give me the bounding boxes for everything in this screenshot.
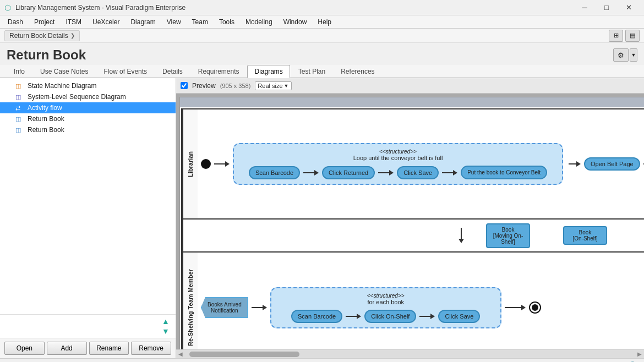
lane-reshelving: Re-Shelving Team Member Books ArrivedNot… (182, 253, 644, 349)
tab-details[interactable]: Details (155, 65, 190, 78)
horizontal-scrollbar[interactable]: ◀ ▶ (176, 349, 644, 358)
breadcrumb-label: Return Book Details (9, 32, 68, 40)
nav-down-arrow[interactable]: ▼ (160, 327, 171, 336)
panel-icon-button[interactable]: ▤ (625, 30, 640, 42)
arrow-3 (378, 170, 394, 175)
page-title: Return Book (7, 47, 86, 63)
tree-item-return-book-1[interactable]: ◫ Return Book (0, 113, 176, 124)
between-lanes: Book[Moving On-Shelf] Book[On-Shelf] (182, 220, 644, 253)
menu-tools[interactable]: Tools (214, 15, 240, 29)
arrow-8 (346, 314, 361, 319)
tree-item-activity[interactable]: ⇄ Activity flow (0, 102, 176, 113)
tree-item-return-book-2[interactable]: ◫ Return Book (0, 124, 176, 135)
preview-checkbox[interactable] (181, 82, 188, 89)
chevron-down-icon: ▼ (284, 83, 289, 89)
menu-bar: Dash Project ITSM UeXceler Diagram View … (0, 15, 644, 29)
remove-button[interactable]: Remove (131, 342, 171, 355)
menu-team[interactable]: Team (187, 15, 214, 29)
nav-up-arrow[interactable]: ▲ (160, 317, 171, 326)
end-node (529, 301, 541, 314)
tree-item-label: System-Level Sequence Diagram (28, 93, 126, 101)
open-belt-page-node: Open Belt Page (584, 157, 640, 171)
rename-button[interactable]: Rename (89, 342, 129, 355)
scroll-right-arrow[interactable]: ▶ (636, 351, 643, 357)
app-title: Library Management System - Visual Parad… (15, 4, 569, 12)
structured-label: <<structured>> (379, 149, 417, 155)
menu-uexceler[interactable]: UeXceler (87, 15, 125, 29)
lane-librarian-label: Librarian (182, 109, 198, 218)
preview-label: Preview (192, 82, 216, 90)
preview-size: (905 x 358) (220, 83, 251, 89)
gear-dropdown-button[interactable]: ▼ (630, 48, 637, 62)
grid-icon-button[interactable]: ⊞ (609, 30, 623, 42)
books-notification: Books ArrivedNotification (201, 297, 248, 318)
tab-use-case-notes[interactable]: Use Case Notes (33, 65, 95, 78)
menu-itsm[interactable]: ITSM (60, 15, 87, 29)
state-machine-icon: ◫ (15, 83, 24, 90)
window-controls: ─ □ ✕ (574, 0, 640, 15)
tree-area: ◫ State Machine Diagram ◫ System-Level S… (0, 78, 176, 314)
reshelving-nodes: Scan Barcode Click On-Shelf Click Save (291, 310, 480, 323)
tree-item-sequence[interactable]: ◫ System-Level Sequence Diagram (0, 91, 176, 102)
tab-references[interactable]: References (334, 65, 381, 78)
click-on-shelf-node: Click On-Shelf (364, 310, 416, 323)
sequence-icon: ◫ (15, 94, 24, 101)
arrow-4 (442, 170, 457, 175)
maximize-button[interactable]: □ (596, 0, 618, 15)
add-button[interactable]: Add (47, 342, 87, 355)
return-book-icon-2: ◫ (15, 127, 24, 134)
reshelving-structured-label: <<structured>> (367, 293, 405, 299)
menu-help[interactable]: Help (312, 15, 337, 29)
email-status-icon[interactable]: ✉ (615, 360, 625, 363)
activity-icon: ⇄ (15, 105, 24, 112)
scan-barcode-node: Scan Barcode (249, 166, 300, 179)
tree-item-label: Return Book (28, 115, 64, 123)
minimize-button[interactable]: ─ (574, 0, 596, 15)
arrow-down-book-moving (459, 228, 464, 243)
loop-label: Loop until the conveyor belt is full (353, 155, 443, 161)
left-panel: ◫ State Machine Diagram ◫ System-Level S… (0, 78, 176, 358)
title-bar: ⬡ Library Management System - Visual Par… (0, 0, 644, 15)
close-button[interactable]: ✕ (618, 0, 640, 15)
tree-item-state-machine[interactable]: ◫ State Machine Diagram (0, 80, 176, 91)
app-icon: ⬡ (4, 3, 11, 12)
diagram-area[interactable]: Librarian <<structured>> (176, 94, 644, 349)
click-save-node: Click Save (397, 166, 439, 179)
right-panel: Preview (905 x 358) Real size ▼ Libraria… (176, 78, 644, 358)
menu-dash[interactable]: Dash (2, 15, 29, 29)
tree-item-label: Activity flow (28, 104, 62, 112)
librarian-structured-box: <<structured>> Loop until the conveyor b… (233, 143, 563, 185)
gear-button[interactable]: ⚙ (613, 48, 629, 62)
tab-requirements[interactable]: Requirements (191, 65, 247, 78)
for-each-label: for each book (367, 299, 404, 305)
menu-project[interactable]: Project (29, 15, 60, 29)
tab-flow-of-events[interactable]: Flow of Events (96, 65, 154, 78)
zoom-selector[interactable]: Real size ▼ (255, 81, 291, 90)
menu-window[interactable]: Window (278, 15, 313, 29)
tab-info[interactable]: Info (7, 65, 32, 78)
open-button[interactable]: Open (4, 342, 45, 355)
click-save-reshelving-node: Click Save (438, 310, 480, 323)
lane-librarian: Librarian <<structured>> (182, 109, 644, 220)
end-node-inner (532, 304, 538, 311)
menu-modeling[interactable]: Modeling (240, 15, 278, 29)
menu-view[interactable]: View (161, 15, 187, 29)
scroll-thumb[interactable] (189, 352, 299, 357)
lane-reshelving-content: Books ArrivedNotification <<structured>>… (198, 253, 644, 349)
attachment-status-icon[interactable]: 📎 (630, 360, 640, 363)
preview-header: Preview (905 x 358) Real size ▼ (176, 78, 644, 94)
arrow-1 (214, 161, 230, 167)
breadcrumb-arrow: ❯ (70, 32, 75, 39)
main-content: ◫ State Machine Diagram ◫ System-Level S… (0, 78, 644, 358)
tab-diagrams[interactable]: Diagrams (247, 65, 290, 78)
breadcrumb[interactable]: Return Book Details ❯ (4, 30, 80, 41)
status-bar: ✉ 📎 (0, 358, 644, 362)
arrow-9 (419, 314, 435, 319)
swim-lanes: Librarian <<structured>> (181, 108, 644, 349)
diagram-canvas: Librarian <<structured>> (179, 97, 644, 349)
scroll-left-arrow[interactable]: ◀ (177, 351, 184, 357)
tab-test-plan[interactable]: Test Plan (291, 65, 332, 78)
arrow-7 (252, 305, 267, 310)
tree-item-label: Return Book (28, 126, 64, 134)
menu-diagram[interactable]: Diagram (125, 15, 161, 29)
